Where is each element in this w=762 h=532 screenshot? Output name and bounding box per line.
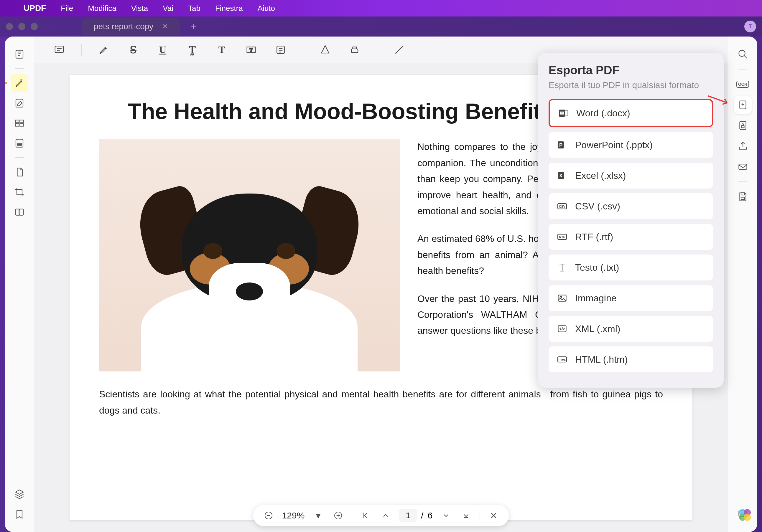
crop-tool[interactable] — [11, 183, 28, 201]
minimize-window-button[interactable] — [18, 23, 25, 30]
export-image[interactable]: Immagine — [549, 285, 713, 311]
export-xml[interactable]: XML (.xml) — [549, 316, 713, 342]
page-navigation-toolbar: 129% ▾ / 6 — [253, 505, 509, 526]
next-page-button[interactable] — [439, 509, 452, 522]
menu-tab[interactable]: Tab — [188, 4, 200, 13]
right-sidebar: OCR — [728, 36, 757, 532]
divider — [81, 44, 82, 56]
divider — [480, 510, 480, 521]
share-button[interactable] — [734, 137, 752, 155]
svg-rect-1 — [20, 79, 22, 81]
menu-view[interactable]: Vista — [131, 4, 148, 13]
squiggly-tool[interactable]: T̰ — [185, 42, 199, 57]
svg-point-18 — [739, 50, 745, 57]
paragraph: Scientists are looking at what the poten… — [99, 386, 663, 418]
left-sidebar — [5, 36, 34, 532]
export-text[interactable]: Testo (.txt) — [549, 254, 713, 281]
reader-tool[interactable] — [11, 45, 28, 63]
close-window-button[interactable] — [6, 23, 13, 30]
powerpoint-icon: P — [556, 139, 568, 151]
excel-icon: X — [556, 170, 568, 181]
export-option-label: XML (.xml) — [575, 323, 620, 334]
svg-rect-3 — [15, 120, 19, 123]
document-image-dog — [99, 139, 400, 371]
textbox-tool[interactable]: T — [244, 42, 259, 57]
export-panel-title: Esporta PDF — [549, 64, 713, 77]
svg-text:RTF: RTF — [559, 235, 566, 239]
svg-rect-5 — [15, 124, 19, 126]
menu-file[interactable]: File — [61, 4, 73, 13]
page-input[interactable] — [399, 509, 417, 522]
close-toolbar-button[interactable]: ✕ — [487, 509, 500, 522]
updf-logo-icon[interactable] — [737, 507, 753, 523]
divider — [738, 69, 747, 70]
note-tool[interactable] — [273, 42, 288, 57]
search-button[interactable] — [734, 45, 752, 63]
total-pages: 6 — [428, 510, 433, 520]
zoom-dropdown[interactable]: ▾ — [312, 509, 325, 522]
svg-text:HTML: HTML — [559, 359, 566, 362]
email-button[interactable] — [734, 158, 752, 175]
svg-rect-15 — [351, 49, 358, 52]
tab-title: pets report-copy — [94, 22, 153, 31]
export-option-label: PowerPoint (.pptx) — [575, 140, 652, 151]
svg-rect-11 — [55, 46, 64, 52]
text-tool[interactable]: T — [214, 42, 229, 57]
line-tool[interactable] — [392, 42, 407, 57]
bookmark-tool[interactable] — [11, 505, 28, 523]
export-panel-subtitle: Esporta il tuo PDF in qualsiasi formato — [549, 79, 713, 91]
export-option-label: Excel (.xlsx) — [575, 170, 626, 181]
underline-tool[interactable]: U — [155, 42, 170, 57]
page-tool[interactable] — [11, 163, 28, 181]
export-html[interactable]: HTML HTML (.htm) — [549, 346, 713, 372]
export-button[interactable] — [734, 96, 752, 114]
svg-text:X: X — [559, 173, 563, 178]
last-page-button[interactable] — [460, 509, 473, 522]
export-excel[interactable]: X Excel (.xlsx) — [549, 163, 713, 188]
export-rtf[interactable]: RTF RTF (.rtf) — [549, 224, 713, 250]
menu-help[interactable]: Aiuto — [258, 4, 275, 13]
export-powerpoint[interactable]: P PowerPoint (.pptx) — [549, 132, 713, 158]
compare-tool[interactable] — [11, 203, 28, 221]
prev-page-button[interactable] — [379, 509, 392, 522]
comment-tool[interactable] — [52, 42, 67, 57]
export-csv[interactable]: CSV CSV (.csv) — [549, 193, 713, 219]
maximize-window-button[interactable] — [31, 23, 38, 30]
window-chrome: pets report-copy ✕ ＋ T — [0, 17, 762, 36]
eraser-tool[interactable] — [347, 42, 362, 57]
svg-rect-6 — [20, 124, 23, 126]
menu-window[interactable]: Finestra — [215, 4, 243, 13]
svg-rect-0 — [16, 50, 23, 58]
menu-edit[interactable]: Modifica — [88, 4, 116, 13]
divider — [15, 68, 24, 69]
add-tab-button[interactable]: ＋ — [189, 20, 198, 33]
rtf-icon: RTF — [556, 231, 568, 243]
app-name[interactable]: UPDF — [24, 4, 46, 13]
csv-icon: CSV — [556, 200, 568, 212]
xml-icon — [556, 323, 568, 335]
close-tab-icon[interactable]: ✕ — [162, 22, 168, 31]
document-tab[interactable]: pets report-copy ✕ — [82, 18, 180, 35]
organize-tool[interactable] — [11, 114, 28, 132]
pencil-tool[interactable] — [318, 42, 333, 57]
divider — [15, 157, 24, 158]
page-indicator: / 6 — [399, 509, 432, 522]
traffic-lights — [6, 23, 38, 30]
layers-tool[interactable] — [11, 486, 28, 503]
zoom-out-button[interactable] — [262, 509, 275, 522]
redact-tool[interactable] — [11, 134, 28, 152]
menu-go[interactable]: Vai — [163, 4, 173, 13]
export-option-label: Immagine — [575, 293, 617, 304]
first-page-button[interactable] — [359, 509, 372, 522]
edit-tool[interactable] — [11, 94, 28, 112]
highlighter-tool[interactable] — [11, 74, 28, 92]
zoom-in-button[interactable] — [332, 509, 344, 522]
user-avatar[interactable]: T — [744, 21, 756, 33]
ocr-button[interactable]: OCR — [734, 75, 752, 93]
highlight-tool[interactable] — [96, 42, 111, 57]
protect-button[interactable] — [734, 117, 752, 134]
strikethrough-tool[interactable]: S̶ — [126, 42, 141, 57]
save-button[interactable] — [734, 188, 752, 206]
export-word[interactable]: W Word (.docx) — [549, 99, 713, 127]
word-icon: W — [558, 107, 569, 119]
